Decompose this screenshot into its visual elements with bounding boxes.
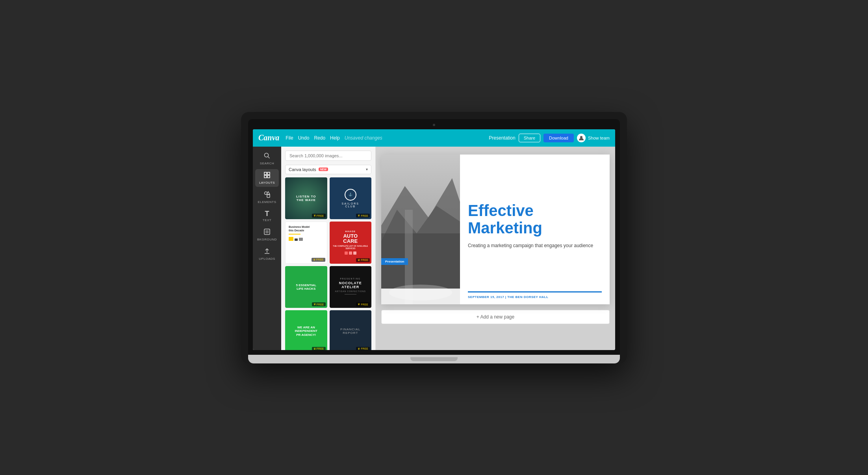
- avatar: [577, 134, 586, 142]
- svg-point-1: [265, 153, 269, 157]
- laptop-base: [248, 355, 620, 363]
- sidebar-item-text[interactable]: T TEXT: [255, 208, 279, 224]
- share-button[interactable]: Share: [519, 134, 540, 142]
- dropdown-label: Canva layouts: [289, 167, 316, 172]
- sidebar-item-layouts-label: LAYOUTS: [259, 181, 275, 184]
- svg-rect-9: [267, 195, 270, 197]
- laptop-screen: Canva File Undo Redo Help Unsaved change…: [253, 129, 615, 350]
- layout-card-2[interactable]: ⚓ SAILORSCLUB ♛FREE: [330, 177, 372, 220]
- sidebar-item-uploads-label: UPLOADS: [259, 257, 275, 261]
- dropdown-left: Canva layouts NEW: [289, 167, 328, 172]
- slide-content: Effective Marketing Creating a marketing…: [460, 155, 610, 304]
- slide-image: [381, 155, 460, 304]
- free-badge-1: ♛FREE: [312, 214, 326, 218]
- slide-wrapper: Presentation Effective Marketing Creatin…: [381, 155, 610, 304]
- topbar-menu: File Undo Redo Help Unsaved changes: [286, 135, 382, 141]
- menu-redo[interactable]: Redo: [314, 135, 325, 141]
- free-badge-3: ♛FREE: [312, 258, 325, 262]
- show-team-button[interactable]: Show team: [577, 134, 610, 142]
- svg-marker-8: [267, 192, 270, 194]
- svg-point-19: [389, 285, 452, 300]
- slide-title: Effective Marketing: [468, 202, 602, 237]
- canvas-area: Presentation Effective Marketing Creatin…: [376, 147, 615, 350]
- presentation-label: Presentation: [489, 135, 515, 141]
- svg-line-2: [268, 156, 270, 158]
- slide-subtitle: Creating a marketing campaign that engag…: [468, 242, 602, 249]
- uploads-icon: [263, 248, 271, 256]
- background-icon: [263, 228, 271, 237]
- topbar: Canva File Undo Redo Help Unsaved change…: [253, 129, 615, 147]
- sidebar-item-background[interactable]: BKGROUND: [255, 226, 279, 244]
- sidebar-item-search[interactable]: SEARCH: [255, 150, 279, 168]
- layouts-icon: [263, 171, 271, 180]
- layout-card-5-content: 5 EssentialLife Hacks: [285, 266, 327, 308]
- topbar-right: Presentation Share Download Show team: [489, 134, 610, 142]
- layout-card-1-content: LISTEN TOTHE WAVE: [285, 177, 327, 220]
- slide-image-area: Presentation: [381, 155, 460, 304]
- sidebar-item-uploads[interactable]: UPLOADS: [255, 245, 279, 263]
- menu-undo[interactable]: Undo: [298, 135, 310, 141]
- sidebar-item-search-label: SEARCH: [260, 162, 274, 165]
- layout-card-3[interactable]: Business Modelthis Decade ♛FREE: [285, 222, 327, 264]
- layout-card-1[interactable]: LISTEN TOTHE WAVE ♛FREE: [285, 177, 327, 220]
- layouts-grid: LISTEN TOTHE WAVE ♛FREE ⚓: [281, 177, 375, 350]
- panel: Canva layouts NEW ▾ LISTEN TOTHE WAVE: [281, 147, 376, 350]
- sidebar: SEARCH LAYOUTS: [253, 147, 281, 350]
- sidebar-item-elements[interactable]: ELEMENTS: [255, 188, 279, 206]
- layouts-dropdown[interactable]: Canva layouts NEW ▾: [285, 165, 371, 174]
- layout-card-2-content: ⚓ SAILORSCLUB: [330, 177, 372, 220]
- sidebar-item-elements-label: ELEMENTS: [258, 200, 276, 204]
- laptop-notch: [410, 357, 458, 361]
- layout-card-8-content: FINANCIALREPORT: [330, 310, 372, 350]
- svg-rect-6: [267, 175, 270, 178]
- svg-rect-5: [264, 175, 267, 178]
- layout-card-4[interactable]: HAAGE AUTOCARE THE COMPLETE LIST OF AVAI…: [330, 222, 372, 264]
- slide-bottom-bar: [468, 291, 602, 292]
- sidebar-item-layouts[interactable]: LAYOUTS: [255, 169, 279, 187]
- app-body: SEARCH LAYOUTS: [253, 147, 615, 350]
- sidebar-item-bkground-label: BKGROUND: [257, 238, 277, 241]
- svg-rect-17: [381, 233, 460, 304]
- layout-card-8[interactable]: FINANCIALREPORT ♛FREE: [330, 310, 372, 350]
- panel-search-area: [281, 147, 375, 165]
- layout-card-3-content: Business Modelthis Decade: [286, 222, 327, 263]
- svg-rect-4: [267, 172, 270, 175]
- layout-card-6-content: PRESENTING NOCOLATEATELIER ARTISAN CONFE…: [330, 266, 372, 308]
- free-badge-2: ♛FREE: [356, 214, 370, 218]
- show-team-label: Show team: [588, 136, 610, 140]
- layout-card-6[interactable]: PRESENTING NOCOLATEATELIER ARTISAN CONFE…: [330, 266, 372, 308]
- unsaved-changes: Unsaved changes: [345, 135, 382, 141]
- text-icon: T: [265, 210, 269, 217]
- add-page-button[interactable]: + Add a new page: [381, 310, 610, 324]
- layout-card-7[interactable]: WE ARE ANINDEPENDENTPR AGENCY! ♛FREE: [285, 310, 327, 350]
- layout-card-4-content: HAAGE AUTOCARE THE COMPLETE LIST OF AVAI…: [330, 222, 372, 264]
- free-badge-7: ♛FREE: [312, 347, 326, 350]
- layout-card-5[interactable]: 5 EssentialLife Hacks ♛FREE: [285, 266, 327, 308]
- svg-rect-18: [405, 210, 413, 304]
- elements-icon: [263, 191, 271, 199]
- svg-rect-11: [265, 230, 269, 233]
- free-badge-5: ♛FREE: [312, 302, 326, 306]
- laptop-camera: [433, 124, 435, 126]
- slide-date: SEPTEMBER 15, 2017 | THE BEN DORSEY HALL: [468, 295, 548, 299]
- search-input[interactable]: [285, 151, 371, 161]
- menu-file[interactable]: File: [286, 135, 293, 141]
- free-badge-6: ♛FREE: [356, 302, 370, 306]
- download-button[interactable]: Download: [543, 134, 574, 142]
- free-badge-4: ♛FREE: [356, 258, 370, 262]
- presentation-badge: Presentation: [381, 258, 408, 265]
- search-icon: [263, 152, 271, 160]
- free-badge-8: ♛FREE: [356, 347, 370, 350]
- svg-rect-3: [264, 172, 267, 175]
- menu-help[interactable]: Help: [330, 135, 340, 141]
- slide-container[interactable]: Presentation Effective Marketing Creatin…: [381, 155, 610, 304]
- chevron-down-icon: ▾: [366, 167, 368, 171]
- layout-card-7-content: WE ARE ANINDEPENDENTPR AGENCY!: [285, 310, 327, 350]
- sidebar-item-text-label: TEXT: [263, 218, 271, 222]
- new-badge: NEW: [319, 168, 328, 171]
- canva-logo[interactable]: Canva: [258, 133, 279, 142]
